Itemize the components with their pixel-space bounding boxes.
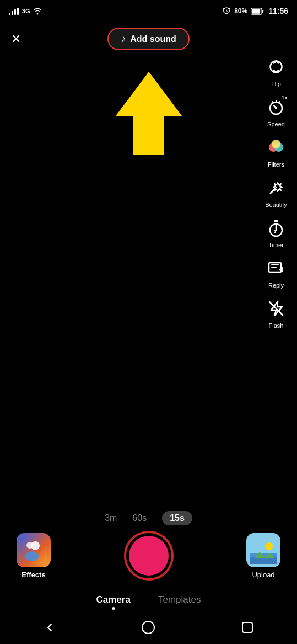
timer-icon: 3	[264, 216, 288, 240]
tab-camera[interactable]: Camera	[96, 594, 131, 605]
svg-point-4	[275, 107, 277, 109]
battery-percent: 80%	[234, 7, 247, 15]
status-left: 3G	[9, 7, 42, 15]
back-icon	[43, 621, 56, 634]
svg-rect-25	[242, 622, 252, 632]
record-button[interactable]	[124, 531, 174, 581]
timer-button[interactable]: 3 Timer	[262, 214, 290, 251]
tab-camera-wrapper: Camera	[96, 594, 131, 605]
close-button[interactable]: ✕	[11, 32, 21, 46]
svg-rect-23	[250, 558, 277, 564]
record-outer-ring	[124, 531, 174, 581]
upload-icon	[246, 533, 280, 567]
square-icon	[241, 621, 253, 634]
speed-icon: 1x	[264, 95, 288, 119]
duration-15s[interactable]: 15s	[162, 511, 192, 525]
tab-indicator	[112, 607, 115, 610]
svg-point-17	[26, 542, 33, 549]
beautify-button[interactable]: Beautify	[262, 173, 290, 210]
right-controls: Flip 1x Speed Filters	[262, 52, 290, 331]
flash-label: Flash	[269, 322, 284, 329]
svg-rect-1	[252, 9, 260, 14]
mode-tabs: Camera Templates	[0, 594, 297, 605]
top-controls: ✕ ♪ Add sound	[0, 28, 297, 50]
flip-icon	[264, 55, 288, 79]
add-sound-label: Add sound	[130, 34, 176, 44]
flip-button[interactable]: Flip	[262, 52, 290, 89]
speed-label: Speed	[267, 121, 285, 127]
effects-icon	[17, 533, 51, 567]
duration-60s[interactable]: 60s	[132, 513, 147, 523]
timer-label: Timer	[268, 242, 284, 248]
recent-apps-button[interactable]	[235, 615, 260, 640]
svg-point-24	[142, 621, 154, 634]
reply-icon	[264, 256, 288, 280]
home-icon	[141, 620, 155, 635]
svg-point-16	[25, 551, 39, 561]
bottom-controls: Effects Upload	[0, 531, 297, 581]
tab-templates-wrapper: Templates	[158, 594, 201, 605]
status-bar: 3G 80% 11:56	[0, 0, 297, 22]
reply-button[interactable]: Reply	[262, 254, 290, 291]
filters-button[interactable]: Filters	[262, 133, 290, 170]
filters-icon	[264, 135, 288, 159]
record-inner-circle	[129, 536, 169, 576]
upload-label: Upload	[252, 571, 274, 579]
svg-line-8	[271, 189, 274, 193]
back-button[interactable]	[37, 615, 62, 640]
flip-label: Flip	[271, 81, 281, 87]
music-note-icon: ♪	[121, 33, 126, 45]
wifi-icon	[33, 7, 42, 15]
svg-point-7	[272, 140, 280, 148]
battery-icon	[251, 8, 264, 15]
filters-label: Filters	[268, 161, 284, 168]
duration-3m[interactable]: 3m	[105, 513, 117, 523]
home-button[interactable]	[136, 615, 160, 640]
effects-label: Effects	[21, 571, 45, 579]
signal-bars-icon	[9, 7, 19, 15]
alarm-icon	[222, 7, 231, 15]
flash-button[interactable]: Flash	[262, 294, 290, 331]
effects-button[interactable]: Effects	[17, 533, 51, 579]
speed-button[interactable]: 1x Speed	[262, 93, 290, 130]
duration-selector: 3m 60s 15s	[0, 511, 297, 525]
beautify-label: Beautify	[265, 201, 287, 208]
svg-rect-9	[274, 220, 278, 222]
carrier-label: 3G	[22, 8, 30, 14]
tab-templates[interactable]: Templates	[158, 594, 201, 605]
time-display: 11:56	[268, 7, 288, 15]
beautify-icon	[264, 175, 288, 200]
yellow-arrow	[116, 72, 182, 155]
flash-icon	[264, 296, 288, 321]
reply-label: Reply	[268, 282, 284, 289]
svg-text:3: 3	[274, 229, 277, 234]
svg-point-21	[265, 542, 273, 550]
add-sound-button[interactable]: ♪ Add sound	[107, 28, 190, 50]
status-right: 80% 11:56	[222, 7, 288, 15]
svg-rect-2	[262, 9, 264, 12]
nav-bar	[0, 611, 297, 644]
upload-button[interactable]: Upload	[246, 533, 280, 579]
